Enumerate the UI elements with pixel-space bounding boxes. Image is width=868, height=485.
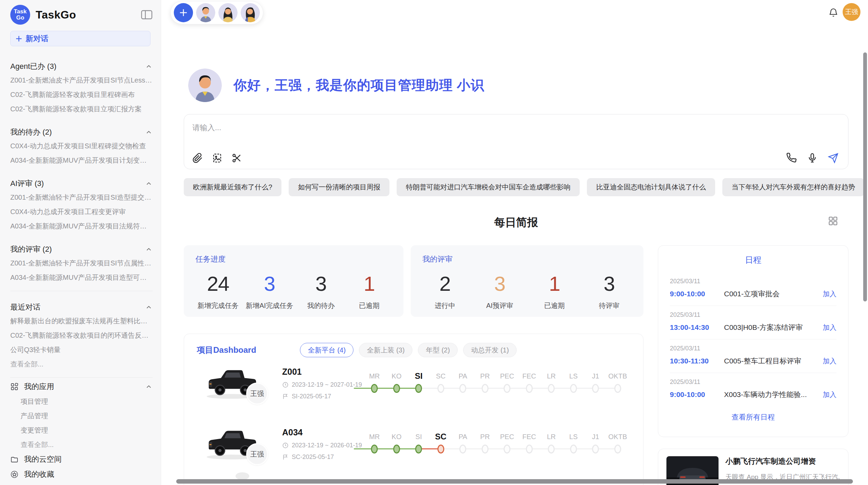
stat-in-progress: 2 进行中 — [424, 272, 466, 310]
sidebar-item[interactable]: C0X4-动力总成开发项目SI里程碑提交物检查 — [10, 139, 153, 153]
layout-grid-icon[interactable] — [828, 216, 838, 226]
owner-badge: 王强 — [246, 443, 268, 465]
sidebar-item[interactable]: A034-全新新能源MUV产品开发项目造型可行性评审 — [10, 270, 153, 285]
daily-briefing-header: 每日简报 — [184, 215, 848, 229]
chat-composer — [184, 114, 848, 169]
schedule-title: 日程 — [670, 254, 836, 265]
schedule-time: 13:00-14:30 — [670, 323, 723, 332]
stat-review-overdue: 1 已逾期 — [534, 272, 575, 310]
schedule-event-title: C001-立项审批会 — [723, 289, 819, 299]
project-row-a034[interactable]: 王强 A034 2023-12-19 ~ 2026-01-19 SC-2025-… — [184, 422, 643, 478]
project-dates: 2023-12-19 ~ 2026-01-19 — [282, 442, 362, 449]
milestone-dot — [437, 445, 444, 453]
sidebar-item[interactable]: 公司Q3轻卡销量 — [10, 343, 153, 357]
sidebar-item[interactable]: A034-全新新能源MUV产品开发项目法规符合性评审 — [10, 219, 153, 233]
sidebar-scroll-area: Agent已办 (3) Z001-全新燃油皮卡产品开发项目SI节点Lesson … — [0, 48, 161, 485]
scissors-icon[interactable] — [231, 153, 242, 163]
chevron-up-icon[interactable] — [145, 180, 153, 187]
milestone-dot — [415, 384, 422, 393]
sidebar-item[interactable]: A034-全新新能源MUV产品开发项目计划变更表编写 — [10, 153, 153, 167]
section-recent-chats[interactable]: 最近对话 — [10, 301, 153, 314]
sidebar-item[interactable]: 解释最新出台的欧盟报废车法规再生塑料比例被调至15%... — [10, 314, 153, 328]
section-ai-review[interactable]: AI评审 (3) — [10, 177, 153, 190]
add-agent-button[interactable] — [174, 3, 193, 22]
join-link[interactable]: 加入 — [819, 390, 836, 399]
join-link[interactable]: 加入 — [819, 289, 836, 299]
milestone-dot — [459, 445, 466, 453]
sidebar-item[interactable]: C0X4-动力总成开发项目工程变更评审 — [10, 204, 153, 219]
sidebar-item[interactable]: Z001-全新燃油轻卡产品开发项目SI节点属性5D文件评审 — [10, 256, 153, 270]
milestone-dot — [459, 384, 466, 393]
agent-avatar-3[interactable] — [241, 3, 260, 22]
main-content: 你好，王强，我是你的项目管理助理 小识 欧洲新规最近颁布了什么? 如何写一份清晰… — [184, 0, 848, 485]
tab-powertrain[interactable]: 动总开发 (1) — [463, 343, 517, 357]
my-cloud-space[interactable]: 我的云空间 — [10, 452, 153, 467]
view-all-schedule-link[interactable]: 查看所有日程 — [670, 412, 836, 422]
sidebar-item[interactable]: C02-飞腾新能源轻客改款项目立项汇报方案 — [10, 102, 153, 116]
image-upload-icon[interactable] — [212, 153, 222, 163]
greeting-text: 你好，王强，我是你的项目管理助理 小识 — [233, 76, 484, 95]
agent-avatar-1[interactable] — [196, 3, 215, 22]
join-link[interactable]: 加入 — [819, 357, 836, 366]
schedule-event-title: C005-整车工程目标评审 — [723, 356, 819, 366]
chevron-up-icon[interactable] — [145, 246, 153, 253]
project-info: Z001 2023-12-19 ~ 2027-01-19 SI-2025-05-… — [282, 367, 362, 400]
tab-new-platform[interactable]: 全新平台 (4) — [300, 343, 353, 357]
suggestion-chip[interactable]: 特朗普可能对进口汽车增税会对中国车企造成哪些影响 — [397, 178, 580, 196]
milestone-dot — [482, 445, 489, 453]
app-item-change-mgmt[interactable]: 变更管理 — [10, 423, 153, 437]
chevron-up-icon[interactable] — [145, 383, 153, 390]
send-icon[interactable] — [828, 153, 839, 163]
horizontal-scrollbar[interactable] — [176, 479, 853, 484]
sidebar-collapse-icon[interactable] — [141, 10, 153, 20]
join-link[interactable]: 加入 — [819, 323, 836, 332]
plus-icon — [15, 35, 22, 42]
tab-model-year[interactable]: 年型 (2) — [418, 343, 458, 357]
my-apps-header[interactable]: 我的应用 — [10, 379, 153, 394]
chevron-up-icon[interactable] — [145, 63, 153, 70]
vertical-scrollbar[interactable] — [863, 52, 867, 301]
suggestion-chip[interactable]: 欧洲新规最近颁布了什么? — [184, 178, 281, 196]
sidebar-item[interactable]: Z001-全新燃油轻卡产品开发项目SI造型提交物评审 — [10, 190, 153, 204]
notification-bell-icon[interactable] — [828, 8, 839, 18]
milestone-dot — [526, 384, 533, 393]
suggestion-chip[interactable]: 当下年轻人对汽车外观有怎样的喜好趋势 — [722, 178, 864, 196]
logo-text-bottom: Go — [16, 15, 24, 21]
phone-call-icon[interactable] — [786, 153, 797, 163]
milestone-dot — [504, 384, 510, 393]
milestone-dot — [592, 384, 599, 393]
my-favorites[interactable]: 我的收藏 — [10, 467, 153, 482]
new-chat-button[interactable]: 新对话 — [10, 31, 150, 46]
chat-input[interactable] — [184, 114, 848, 147]
cloud-folder-icon — [10, 455, 19, 463]
paperclip-icon[interactable] — [192, 153, 203, 163]
sidebar-item[interactable]: C02-飞腾新能源轻客改款项目里程碑画布 — [10, 87, 153, 102]
app-item-product-mgmt[interactable]: 产品管理 — [10, 409, 153, 423]
agent-avatar-2[interactable] — [218, 3, 238, 22]
chevron-up-icon[interactable] — [145, 303, 153, 311]
app-item-project-mgmt[interactable]: 项目管理 — [10, 394, 153, 409]
sidebar-item[interactable]: Z001-全新燃油皮卡产品开发项目SI节点Lesson Learn报告 — [10, 73, 153, 87]
project-flag-milestone: SI-2025-05-17 — [282, 393, 362, 400]
my-reviews-card: 我的评审 2 进行中 3 AI预评审 — [411, 245, 643, 317]
view-all-chats[interactable]: 查看全部... — [10, 357, 153, 371]
tab-new-body[interactable]: 全新上装 (3) — [359, 343, 412, 357]
section-my-todo[interactable]: 我的待办 (2) — [10, 126, 153, 139]
schedule-date: 2025/03/11 — [670, 345, 836, 352]
suggestion-chip[interactable]: 比亚迪全固态电池计划具体说了什么 — [587, 178, 715, 196]
briefing-columns: 任务进度 24 新增完成任务 3 新增AI完成任务 — [184, 245, 848, 485]
section-my-review[interactable]: 我的评审 (2) — [10, 243, 153, 256]
project-row-z001[interactable]: 王强 Z001 2023-12-19 ~ 2027-01-19 SI-2025-… — [184, 361, 643, 418]
milestone-dot — [393, 445, 400, 453]
view-all-apps[interactable]: 查看全部... — [10, 437, 153, 452]
suggestion-chip[interactable]: 如何写一份清晰的项目周报 — [289, 178, 389, 196]
chevron-up-icon[interactable] — [145, 128, 153, 136]
milestone-dot — [482, 384, 489, 393]
section-agent-done[interactable]: Agent已办 (3) — [10, 60, 153, 73]
user-avatar[interactable]: 王强 — [843, 3, 860, 21]
sidebar-item[interactable]: C02-飞腾新能源轻客改款项目的闭环通告反馈情况 — [10, 328, 153, 343]
composer-attachments — [192, 153, 242, 163]
microphone-icon[interactable] — [807, 153, 818, 163]
briefing-right-column: 日程 2025/03/11 9:00-10:00 C001-立项审批会 加入 — [658, 245, 848, 485]
project-dashboard-card: 项目Dashboard 全新平台 (4) 全新上装 (3) 年型 (2) 动总开… — [184, 334, 643, 485]
